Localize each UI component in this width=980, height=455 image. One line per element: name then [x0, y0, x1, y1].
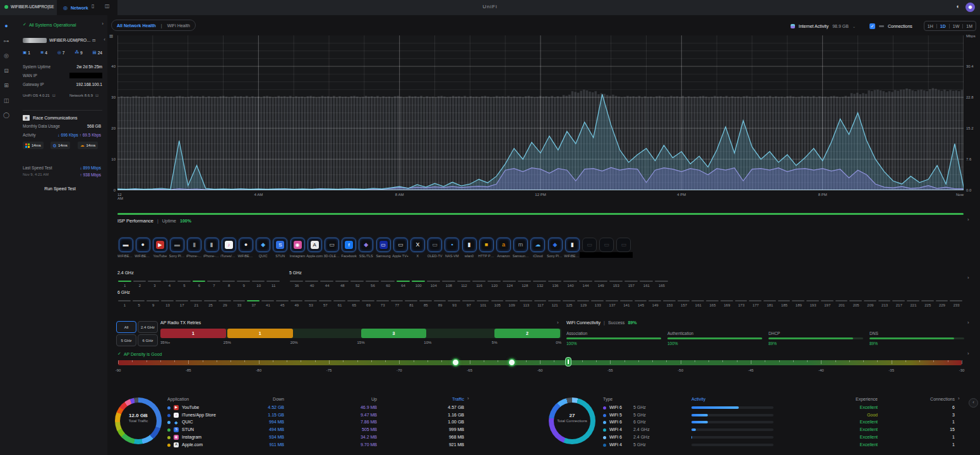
channel-segment-48[interactable]	[335, 281, 349, 282]
tx-filter-2.4GHz[interactable]: 2.4 GHz	[138, 321, 158, 333]
table-row[interactable]: WiFi 62.4 GHzExcellent1	[603, 434, 957, 441]
channel-segment-233[interactable]	[950, 300, 962, 301]
channel-segment-5[interactable]	[177, 281, 191, 282]
traffic-source-item[interactable]: ▮wlan0	[461, 238, 477, 258]
channel-segment-181[interactable]	[763, 300, 776, 301]
channel-segment-213[interactable]	[878, 300, 891, 301]
chevron-right-icon[interactable]: ›	[967, 320, 969, 325]
channel-segment-217[interactable]	[892, 300, 905, 301]
table-row[interactable]: WiFi 66 GHzExcellent1	[603, 419, 957, 426]
chevron-right-icon[interactable]: ›	[967, 275, 969, 281]
channel-segment-165[interactable]	[655, 281, 668, 282]
tab-all-network-health[interactable]: All Network Health	[112, 23, 161, 28]
all-systems-row[interactable]: ✓ All Systems Operational	[23, 22, 76, 27]
sidebar-item-insights[interactable]: ◫	[0, 95, 13, 106]
chevron-right-icon[interactable]: ›	[967, 351, 969, 356]
channel-segment-64[interactable]	[397, 281, 410, 282]
connections-checkbox[interactable]: ✓	[869, 23, 875, 29]
channel-segment-165[interactable]	[706, 300, 719, 301]
channel-segment-153[interactable]	[609, 281, 623, 282]
channel-segment-149[interactable]	[594, 281, 607, 282]
channel-segment-121[interactable]	[548, 300, 561, 301]
channel-segment-93[interactable]	[448, 300, 460, 301]
network-version-row[interactable]: Network 8.6.9 ⊡	[69, 93, 99, 97]
ap-density-marker[interactable]	[451, 358, 460, 367]
range-1M[interactable]: 1M	[962, 24, 976, 28]
channel-segment-133[interactable]	[591, 300, 604, 301]
channel-segment-112[interactable]	[457, 281, 470, 282]
channel-segment-120[interactable]	[487, 281, 501, 282]
channel-segment-125[interactable]	[563, 300, 575, 301]
sidebar-item-settings[interactable]: ◯	[0, 109, 13, 121]
channel-segment-25[interactable]	[204, 300, 217, 301]
channel-segment-97[interactable]	[462, 300, 475, 301]
table-row[interactable]: ◉Instagram934 MB34.2 MB968 MB	[167, 434, 470, 441]
collapse-right-button[interactable]: ‹	[969, 398, 978, 408]
channel-segment-9[interactable]	[146, 300, 159, 301]
channel-segment-189[interactable]	[792, 300, 804, 301]
internet-activity-chart[interactable]	[117, 35, 964, 190]
ap-density-selected-marker[interactable]	[565, 357, 571, 367]
table-row[interactable]: AApple.com911 MB9.70 MB921 MB	[167, 442, 470, 449]
channel-segment-193[interactable]	[806, 300, 819, 301]
channel-segment-49[interactable]	[290, 300, 303, 301]
channel-segment-205[interactable]	[849, 300, 862, 301]
channel-segment-53[interactable]	[304, 300, 317, 301]
table-row[interactable]: ▶YouTube4.52 GB46.9 MB4.57 GB	[167, 404, 470, 411]
channel-segment-100[interactable]	[412, 281, 425, 282]
channel-segment-144[interactable]	[579, 281, 592, 282]
channel-segment-124[interactable]	[503, 281, 516, 282]
channel-segment-129[interactable]	[577, 300, 590, 301]
traffic-source-item[interactable]: ▮iPhone-X-2	[203, 238, 220, 258]
channel-segment-81[interactable]	[405, 300, 417, 301]
chevron-down-icon[interactable]: ⌄	[852, 24, 856, 28]
traffic-source-item[interactable]: ▭3D-OLED...	[323, 238, 340, 258]
channel-segment-5[interactable]	[133, 300, 145, 301]
channel-segment-57[interactable]	[319, 300, 332, 301]
channel-segment-89[interactable]	[434, 300, 446, 301]
table-row[interactable]: WiFi 65 GHzExcellent6	[603, 404, 957, 411]
traffic-source-item[interactable]: ▪NAS-VM	[444, 238, 460, 258]
traffic-source-item[interactable]: ♪iTunes/Ap...	[220, 238, 237, 258]
channel-segment-29[interactable]	[218, 300, 231, 301]
channel-segment-7[interactable]	[207, 281, 220, 282]
chevron-right-icon[interactable]: ›	[958, 396, 960, 401]
channel-segment-113[interactable]	[520, 300, 532, 301]
channel-segment-209[interactable]	[864, 300, 876, 301]
channel-segment-37[interactable]	[247, 300, 260, 301]
traffic-source-item[interactable]: fFacebook	[341, 238, 357, 258]
channel-segment-44[interactable]	[320, 281, 333, 282]
channel-segment-108[interactable]	[442, 281, 455, 282]
sidebar-item-topology[interactable]: ⊶	[0, 35, 13, 47]
channel-segment-8[interactable]	[222, 281, 236, 282]
table-row[interactable]: ◆QUIC994 MB7.86 MB1.00 GB	[167, 419, 470, 426]
channel-segment-45[interactable]	[276, 300, 289, 301]
chevron-right-icon[interactable]: ›	[102, 21, 104, 27]
tx-filter-5GHz[interactable]: 5 GHz	[116, 334, 136, 346]
channel-segment-161[interactable]	[691, 300, 704, 301]
channel-segment-1[interactable]	[118, 300, 131, 301]
channel-segment-101[interactable]	[477, 300, 489, 301]
tx-filter-All[interactable]: All	[116, 321, 136, 333]
channel-segment-73[interactable]	[376, 300, 389, 301]
channel-segment-40[interactable]	[305, 281, 318, 282]
channel-segment-56[interactable]	[366, 281, 379, 282]
channel-segment-132[interactable]	[533, 281, 546, 282]
channel-segment-145[interactable]	[635, 300, 647, 301]
sidebar-item-clients[interactable]: ⊟	[0, 65, 13, 76]
traffic-source-item[interactable]: SSTUN	[272, 238, 289, 258]
range-1W[interactable]: 1W	[949, 24, 963, 28]
channel-segment-85[interactable]	[419, 300, 432, 301]
channel-segment-169[interactable]	[720, 300, 733, 301]
traffic-source-item[interactable]: ☁iCloud	[530, 238, 546, 258]
traffic-source-item[interactable]: ▮WiFiBER-...	[564, 238, 580, 258]
channel-segment-3[interactable]	[148, 281, 161, 282]
channel-segment-201[interactable]	[835, 300, 848, 301]
col-activity[interactable]: Activity	[691, 397, 705, 401]
traffic-source-item[interactable]: ▶YouTube	[152, 238, 168, 258]
table-row[interactable]: WiFi 45 GHzExcellent1	[603, 442, 957, 449]
traffic-source-item[interactable]: AApple.com	[306, 238, 323, 258]
channel-segment-41[interactable]	[261, 300, 274, 301]
run-speed-test-button[interactable]: Run Speed Test	[13, 186, 107, 191]
channel-segment-65[interactable]	[347, 300, 360, 301]
